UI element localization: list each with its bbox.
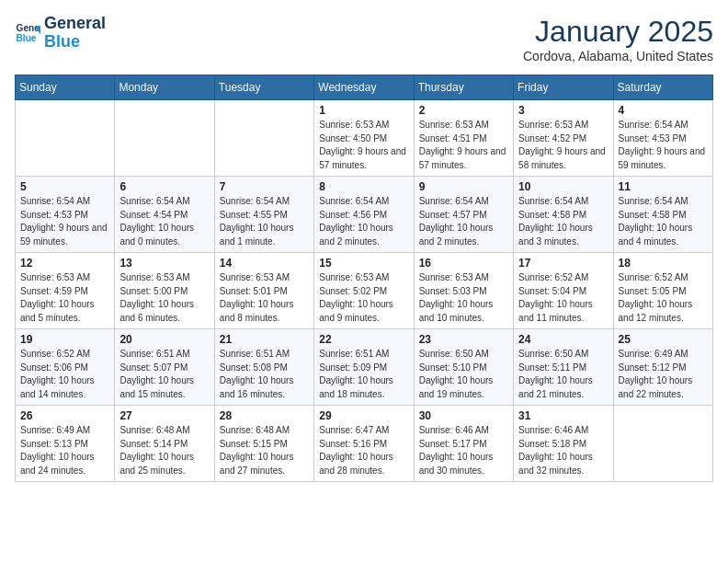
calendar-day-cell: 21Sunrise: 6:51 AMSunset: 5:08 PMDayligh… (214, 329, 313, 406)
day-info: Sunrise: 6:52 AMSunset: 5:05 PMDaylight:… (619, 271, 708, 325)
day-number: 5 (20, 180, 109, 193)
weekday-header: Tuesday (214, 75, 313, 100)
calendar-day-cell: 25Sunrise: 6:49 AMSunset: 5:12 PMDayligh… (613, 329, 712, 406)
calendar-day-cell: 30Sunrise: 6:46 AMSunset: 5:17 PMDayligh… (414, 406, 513, 482)
day-info: Sunrise: 6:48 AMSunset: 5:15 PMDaylight:… (220, 424, 309, 477)
calendar-day-cell: 11Sunrise: 6:54 AMSunset: 4:58 PMDayligh… (613, 177, 712, 253)
calendar-day-cell: 23Sunrise: 6:50 AMSunset: 5:10 PMDayligh… (414, 329, 513, 406)
calendar-day-cell: 9Sunrise: 6:54 AMSunset: 4:57 PMDaylight… (414, 177, 513, 253)
calendar-day-cell: 17Sunrise: 6:52 AMSunset: 5:04 PMDayligh… (514, 253, 613, 329)
weekday-header: Sunday (16, 75, 115, 100)
day-number: 28 (220, 409, 309, 422)
day-info: Sunrise: 6:54 AMSunset: 4:58 PMDaylight:… (518, 195, 608, 248)
day-info: Sunrise: 6:49 AMSunset: 5:13 PMDaylight:… (20, 424, 109, 477)
calendar-day-cell: 13Sunrise: 6:53 AMSunset: 5:00 PMDayligh… (115, 253, 214, 329)
day-number: 30 (419, 409, 508, 422)
weekday-header: Wednesday (314, 75, 414, 100)
calendar-week-row: 19Sunrise: 6:52 AMSunset: 5:06 PMDayligh… (16, 329, 713, 406)
calendar-day-cell (613, 406, 712, 482)
calendar-day-cell: 27Sunrise: 6:48 AMSunset: 5:14 PMDayligh… (115, 406, 214, 482)
calendar-day-cell: 2Sunrise: 6:53 AMSunset: 4:51 PMDaylight… (414, 100, 513, 177)
day-number: 4 (619, 104, 708, 117)
day-number: 11 (619, 180, 708, 193)
day-info: Sunrise: 6:54 AMSunset: 4:57 PMDaylight:… (419, 195, 508, 248)
day-info: Sunrise: 6:54 AMSunset: 4:53 PMDaylight:… (619, 119, 708, 172)
calendar-table: SundayMondayTuesdayWednesdayThursdayFrid… (15, 75, 713, 482)
calendar-day-cell: 31Sunrise: 6:46 AMSunset: 5:18 PMDayligh… (514, 406, 613, 482)
calendar-title: January 2025 (523, 15, 713, 49)
calendar-day-cell: 19Sunrise: 6:52 AMSunset: 5:06 PMDayligh… (16, 329, 115, 406)
day-info: Sunrise: 6:53 AMSunset: 4:50 PMDaylight:… (319, 119, 408, 172)
day-info: Sunrise: 6:49 AMSunset: 5:12 PMDaylight:… (619, 348, 708, 401)
day-info: Sunrise: 6:53 AMSunset: 4:51 PMDaylight:… (419, 119, 508, 172)
calendar-day-cell: 6Sunrise: 6:54 AMSunset: 4:54 PMDaylight… (115, 177, 214, 253)
calendar-day-cell: 18Sunrise: 6:52 AMSunset: 5:05 PMDayligh… (613, 253, 712, 329)
day-info: Sunrise: 6:54 AMSunset: 4:54 PMDaylight:… (119, 195, 209, 248)
calendar-day-cell: 26Sunrise: 6:49 AMSunset: 5:13 PMDayligh… (16, 406, 115, 482)
day-info: Sunrise: 6:47 AMSunset: 5:16 PMDaylight:… (319, 424, 408, 477)
day-number: 6 (119, 180, 209, 193)
day-number: 29 (319, 409, 408, 422)
calendar-day-cell: 8Sunrise: 6:54 AMSunset: 4:56 PMDaylight… (314, 177, 414, 253)
calendar-week-row: 26Sunrise: 6:49 AMSunset: 5:13 PMDayligh… (16, 406, 713, 482)
day-number: 19 (20, 333, 109, 346)
day-number: 14 (220, 257, 309, 270)
day-number: 3 (518, 104, 608, 117)
weekday-header: Thursday (414, 75, 513, 100)
calendar-day-cell: 16Sunrise: 6:53 AMSunset: 5:03 PMDayligh… (414, 253, 513, 329)
day-number: 31 (518, 409, 608, 422)
calendar-day-cell (115, 100, 214, 177)
day-number: 13 (119, 257, 209, 270)
calendar-subtitle: Cordova, Alabama, United States (523, 49, 713, 63)
calendar-week-row: 12Sunrise: 6:53 AMSunset: 4:59 PMDayligh… (16, 253, 713, 329)
day-number: 2 (419, 104, 508, 117)
day-number: 21 (220, 333, 309, 346)
logo-text: General Blue (44, 15, 106, 52)
day-info: Sunrise: 6:53 AMSunset: 5:02 PMDaylight:… (319, 271, 408, 325)
day-info: Sunrise: 6:54 AMSunset: 4:55 PMDaylight:… (220, 195, 309, 248)
calendar-week-row: 1Sunrise: 6:53 AMSunset: 4:50 PMDaylight… (16, 100, 713, 177)
calendar-day-cell: 20Sunrise: 6:51 AMSunset: 5:07 PMDayligh… (115, 329, 214, 406)
day-info: Sunrise: 6:46 AMSunset: 5:18 PMDaylight:… (518, 424, 608, 477)
weekday-header-row: SundayMondayTuesdayWednesdayThursdayFrid… (16, 75, 713, 100)
calendar-day-cell: 10Sunrise: 6:54 AMSunset: 4:58 PMDayligh… (514, 177, 613, 253)
day-number: 15 (319, 257, 408, 270)
calendar-day-cell: 5Sunrise: 6:54 AMSunset: 4:53 PMDaylight… (16, 177, 115, 253)
calendar-day-cell: 14Sunrise: 6:53 AMSunset: 5:01 PMDayligh… (214, 253, 313, 329)
day-number: 25 (619, 333, 708, 346)
day-info: Sunrise: 6:53 AMSunset: 4:52 PMDaylight:… (518, 119, 608, 172)
calendar-day-cell: 24Sunrise: 6:50 AMSunset: 5:11 PMDayligh… (514, 329, 613, 406)
weekday-header: Saturday (613, 75, 712, 100)
calendar-day-cell: 4Sunrise: 6:54 AMSunset: 4:53 PMDaylight… (613, 100, 712, 177)
day-number: 22 (319, 333, 408, 346)
day-info: Sunrise: 6:52 AMSunset: 5:04 PMDaylight:… (518, 271, 608, 325)
day-info: Sunrise: 6:46 AMSunset: 5:17 PMDaylight:… (419, 424, 508, 477)
day-number: 10 (518, 180, 608, 193)
day-number: 24 (518, 333, 608, 346)
logo-icon: General Blue (15, 20, 40, 46)
svg-text:Blue: Blue (17, 33, 37, 43)
page-header: General Blue General Blue January 2025 C… (15, 15, 713, 63)
day-info: Sunrise: 6:51 AMSunset: 5:09 PMDaylight:… (319, 348, 408, 401)
day-number: 8 (319, 180, 408, 193)
calendar-day-cell: 12Sunrise: 6:53 AMSunset: 4:59 PMDayligh… (16, 253, 115, 329)
calendar-week-row: 5Sunrise: 6:54 AMSunset: 4:53 PMDaylight… (16, 177, 713, 253)
day-info: Sunrise: 6:52 AMSunset: 5:06 PMDaylight:… (20, 348, 109, 401)
day-info: Sunrise: 6:53 AMSunset: 5:00 PMDaylight:… (119, 271, 209, 325)
day-number: 26 (20, 409, 109, 422)
calendar-day-cell: 28Sunrise: 6:48 AMSunset: 5:15 PMDayligh… (214, 406, 313, 482)
calendar-day-cell: 22Sunrise: 6:51 AMSunset: 5:09 PMDayligh… (314, 329, 414, 406)
logo: General Blue General Blue (15, 15, 106, 52)
calendar-day-cell: 29Sunrise: 6:47 AMSunset: 5:16 PMDayligh… (314, 406, 414, 482)
day-info: Sunrise: 6:53 AMSunset: 5:03 PMDaylight:… (419, 271, 508, 325)
day-info: Sunrise: 6:50 AMSunset: 5:11 PMDaylight:… (518, 348, 608, 401)
day-number: 23 (419, 333, 508, 346)
day-info: Sunrise: 6:51 AMSunset: 5:08 PMDaylight:… (220, 348, 309, 401)
day-number: 12 (20, 257, 109, 270)
day-number: 27 (119, 409, 209, 422)
calendar-day-cell (214, 100, 313, 177)
day-info: Sunrise: 6:51 AMSunset: 5:07 PMDaylight:… (119, 348, 209, 401)
day-number: 17 (518, 257, 608, 270)
calendar-day-cell: 3Sunrise: 6:53 AMSunset: 4:52 PMDaylight… (514, 100, 613, 177)
title-block: January 2025 Cordova, Alabama, United St… (523, 15, 713, 63)
